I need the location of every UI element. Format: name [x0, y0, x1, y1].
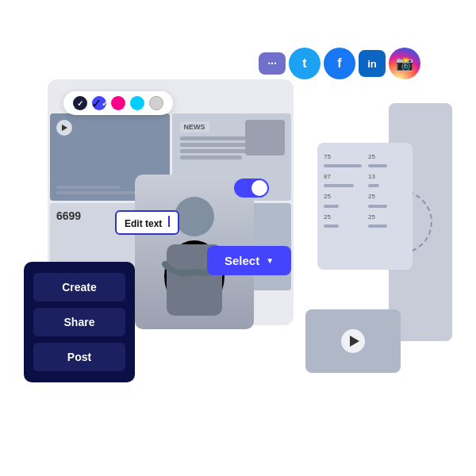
news-label: NEWS [180, 121, 209, 132]
color-palette: ✓ [63, 91, 173, 115]
toggle-switch[interactable] [234, 178, 269, 198]
instagram-icon[interactable]: 📸 [389, 48, 420, 79]
linkedin-icon[interactable]: in [359, 50, 386, 77]
data-item: 25 [368, 192, 406, 201]
color-dot-cyan[interactable] [130, 96, 144, 110]
facebook-icon[interactable]: f [324, 48, 355, 79]
data-card: 75 87 25 25 25 13 25 25 [317, 143, 413, 270]
color-dot-pink[interactable] [111, 96, 125, 110]
chevron-down-icon: ▼ [266, 256, 274, 265]
scene: ··· t f in 📸 NEWS [0, 0, 476, 476]
svg-point-0 [175, 197, 214, 236]
video-card [305, 309, 401, 373]
social-icons-group: ··· t f in 📸 [259, 48, 420, 79]
data-item: 25 [324, 213, 362, 221]
data-item: 75 [324, 152, 362, 161]
more-button[interactable]: ··· [259, 52, 286, 75]
play-button[interactable] [341, 329, 365, 353]
left-panel: Create Share Post [24, 262, 135, 382]
color-dot-gray[interactable] [149, 96, 163, 110]
color-dot-navy[interactable] [73, 96, 87, 110]
create-button[interactable]: Create [33, 273, 125, 301]
twitter-icon[interactable]: t [289, 48, 321, 79]
color-dot-blue[interactable]: ✓ [92, 96, 106, 110]
play-icon [350, 336, 359, 347]
play-icon-tl [56, 120, 72, 136]
share-button[interactable]: Share [33, 308, 125, 336]
data-item: 25 [368, 213, 406, 221]
data-item: 25 [324, 192, 362, 201]
data-col-right: 25 13 25 25 [368, 152, 406, 260]
data-item: 25 [368, 152, 406, 161]
edit-text-label: Edit text [115, 210, 179, 235]
select-button[interactable]: Select ▼ [207, 246, 291, 275]
data-item: 87 [324, 172, 362, 181]
data-col-left: 75 87 25 25 [324, 152, 362, 260]
post-button[interactable]: Post [33, 343, 125, 371]
data-item: 13 [368, 172, 406, 181]
